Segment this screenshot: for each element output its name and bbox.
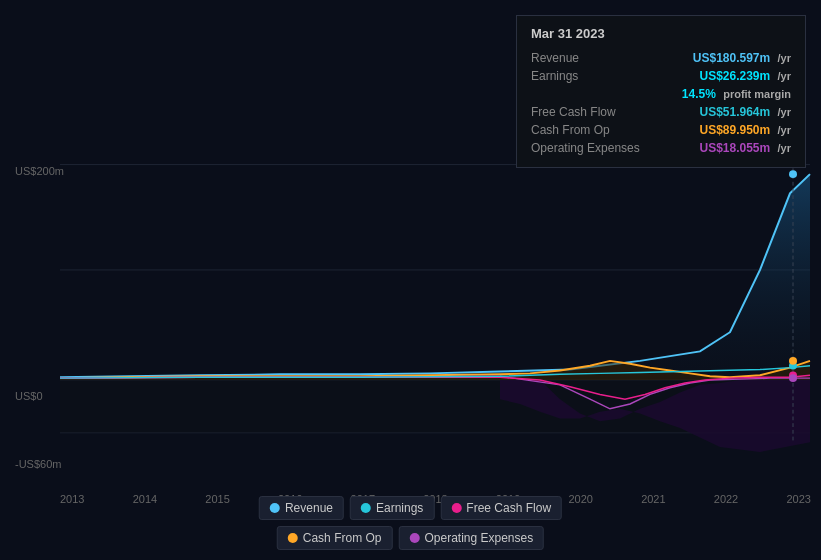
legend-dot-opex — [409, 533, 419, 543]
legend-label-opex: Operating Expenses — [424, 531, 533, 545]
tooltip-label-earnings: Earnings — [531, 69, 651, 83]
legend-item-earnings[interactable]: Earnings — [350, 496, 434, 520]
legend-item-revenue[interactable]: Revenue — [259, 496, 344, 520]
tooltip-label-revenue: Revenue — [531, 51, 651, 65]
legend-dot-earnings — [361, 503, 371, 513]
legend-item-opex[interactable]: Operating Expenses — [398, 526, 544, 550]
x-label-2021: 2021 — [641, 493, 665, 505]
tooltip-value-earnings: US$26.239m /yr — [699, 69, 791, 83]
tooltip-label-opex: Operating Expenses — [531, 141, 651, 155]
tooltip-value-opex: US$18.055m /yr — [699, 141, 791, 155]
legend: Revenue Earnings Free Cash Flow Cash Fro… — [205, 496, 616, 550]
tooltip-row-cashfromop: Cash From Op US$89.950m /yr — [531, 121, 791, 139]
legend-dot-fcf — [451, 503, 461, 513]
legend-label-revenue: Revenue — [285, 501, 333, 515]
tooltip-value-profit-margin: 14.5% profit margin — [682, 87, 791, 101]
revenue-line — [60, 174, 810, 377]
chart-svg — [0, 155, 821, 495]
tooltip-label-cashfromop: Cash From Op — [531, 123, 651, 137]
dot-cashfromop — [789, 357, 797, 365]
tooltip-row-opex: Operating Expenses US$18.055m /yr — [531, 139, 791, 157]
tooltip-value-cashfromop: US$89.950m /yr — [699, 123, 791, 137]
x-label-2013: 2013 — [60, 493, 84, 505]
legend-label-cashfromop: Cash From Op — [303, 531, 382, 545]
tooltip-row-fcf: Free Cash Flow US$51.964m /yr — [531, 103, 791, 121]
tooltip-row-revenue: Revenue US$180.597m /yr — [531, 49, 791, 67]
revenue-area — [60, 174, 810, 380]
x-label-2023: 2023 — [786, 493, 810, 505]
tooltip-date: Mar 31 2023 — [531, 26, 791, 41]
tooltip-value-fcf: US$51.964m /yr — [699, 105, 791, 119]
x-label-2022: 2022 — [714, 493, 738, 505]
legend-item-cashfromop[interactable]: Cash From Op — [277, 526, 393, 550]
chart-container: Mar 31 2023 Revenue US$180.597m /yr Earn… — [0, 0, 821, 560]
legend-dot-revenue — [270, 503, 280, 513]
tooltip-label-fcf: Free Cash Flow — [531, 105, 651, 119]
legend-label-fcf: Free Cash Flow — [466, 501, 551, 515]
dot-revenue — [789, 170, 797, 178]
x-label-2014: 2014 — [133, 493, 157, 505]
tooltip-box: Mar 31 2023 Revenue US$180.597m /yr Earn… — [516, 15, 806, 168]
tooltip-row-earnings: Earnings US$26.239m /yr — [531, 67, 791, 85]
dot-opex — [789, 374, 797, 382]
legend-label-earnings: Earnings — [376, 501, 423, 515]
legend-item-fcf[interactable]: Free Cash Flow — [440, 496, 562, 520]
tooltip-row-profit-margin: 14.5% profit margin — [531, 85, 791, 103]
tooltip-value-revenue: US$180.597m /yr — [693, 51, 791, 65]
legend-dot-cashfromop — [288, 533, 298, 543]
